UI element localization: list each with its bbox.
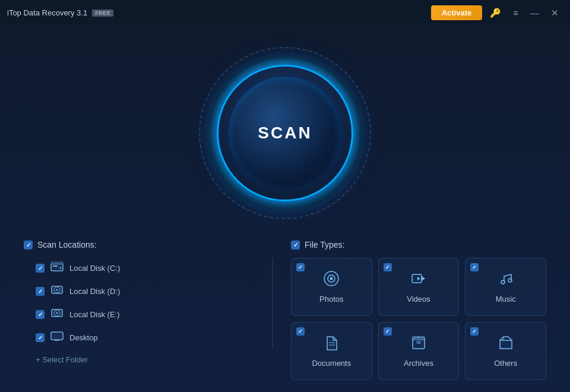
archives-label: Archives [404,359,433,368]
location-c-checkbox[interactable] [36,264,45,273]
others-checkbox[interactable] [470,327,479,336]
location-item-e[interactable]: Local Disk (E:) [24,304,260,325]
videos-label: Videos [407,295,430,304]
location-desktop-checkbox[interactable] [36,333,45,342]
photos-icon [323,270,340,291]
disk-e-icon [50,308,64,321]
music-label: Music [496,295,516,304]
select-folder-button[interactable]: + Select Folder [24,355,273,364]
svg-point-15 [330,277,333,280]
svg-rect-3 [51,262,63,264]
disk-d-icon [50,284,64,298]
music-checkbox[interactable] [470,263,479,271]
svg-point-6 [56,289,58,291]
location-e-label: Local Disk (E:) [69,310,120,319]
svg-rect-10 [51,332,63,340]
scan-button[interactable]: SCAN [229,77,341,189]
minimize-button[interactable]: — [526,5,543,20]
file-type-videos[interactable]: Videos [378,258,460,316]
file-types-title: File Types: [305,240,344,249]
documents-icon [323,334,340,355]
free-badge: FREE [92,10,113,17]
file-types-header: File Types: [291,240,546,249]
music-icon [498,270,514,291]
file-type-others[interactable]: Others [465,322,546,380]
others-label: Others [494,359,517,368]
app-info: iTop Data Recovery 3.1 FREE [7,8,113,17]
photos-label: Photos [319,295,343,304]
app-title: iTop Data Recovery 3.1 [7,8,87,17]
documents-checkbox[interactable] [296,327,305,336]
archives-checkbox[interactable] [384,327,392,336]
svg-point-19 [501,280,505,284]
file-types-grid: Photos Videos [291,258,546,380]
scan-locations-checkbox[interactable] [24,241,33,249]
location-e-checkbox[interactable] [36,310,45,319]
key-icon-button[interactable]: 🔑 [486,5,505,21]
photos-checkbox[interactable] [296,263,305,271]
file-types-checkbox[interactable] [291,241,300,249]
svg-point-20 [508,279,512,282]
file-type-archives[interactable]: Archives [378,322,460,380]
titlebar-controls: Activate 🔑 ≡ — ✕ [431,5,563,21]
scan-outer-ring: SCAN [196,44,374,222]
location-item-desktop[interactable]: Desktop [24,327,260,348]
location-item-d[interactable]: Local Disk (D:) [24,281,260,302]
scan-locations-title: Scan Locations: [37,240,97,249]
bottom-section: Scan Locations: Local Disk (C:) [0,240,570,392]
scan-locations-header: Scan Locations: [24,240,273,249]
titlebar: iTop Data Recovery 3.1 FREE Activate 🔑 ≡… [0,0,570,26]
menu-icon-button[interactable]: ≡ [509,5,522,20]
svg-rect-1 [53,265,58,267]
location-desktop-label: Desktop [69,333,98,342]
location-item-c[interactable]: Local Disk (C:) [24,258,260,279]
scan-area: SCAN [0,26,570,240]
close-button[interactable]: ✕ [547,5,563,21]
file-types-panel: File Types: Photos [291,240,546,380]
disk-c-icon [50,261,64,275]
archives-icon [410,334,427,355]
locations-list: Local Disk (C:) Local Disk (D:) [24,258,273,348]
videos-checkbox[interactable] [384,263,392,271]
others-icon [498,334,514,355]
svg-point-9 [56,312,58,314]
desktop-icon [50,331,64,344]
documents-label: Documents [312,359,351,368]
file-type-music[interactable]: Music [465,258,546,316]
activate-button[interactable]: Activate [431,5,483,20]
videos-icon [410,270,427,291]
svg-marker-17 [422,276,425,281]
file-type-photos[interactable]: Photos [291,258,372,316]
scan-locations-panel: Scan Locations: Local Disk (C:) [24,240,273,380]
file-type-documents[interactable]: Documents [291,322,372,380]
scan-bezel: SCAN [211,59,359,207]
location-c-label: Local Disk (C:) [69,264,120,273]
svg-point-2 [60,267,62,269]
location-d-checkbox[interactable] [36,287,45,296]
svg-rect-25 [417,342,420,343]
main-content: SCAN Scan Locations: [0,26,570,392]
location-d-label: Local Disk (D:) [69,287,120,296]
